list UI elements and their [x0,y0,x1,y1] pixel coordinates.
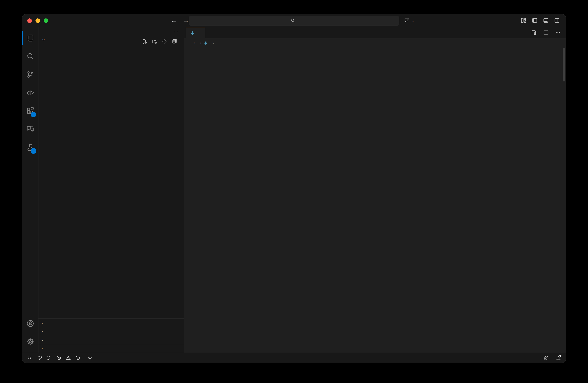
testing-icon[interactable] [22,138,39,156]
notifications-bell[interactable] [556,355,561,361]
status-bar [22,353,566,363]
vscode-window: ← → ⌄ [22,14,566,363]
minimap[interactable] [516,48,562,353]
close-window-button[interactable] [27,18,32,23]
toggle-secondary-sidebar-icon[interactable] [554,18,560,23]
file-tree [39,46,184,319]
remote-indicator[interactable] [27,355,32,361]
chevron-right-icon: › [42,346,47,351]
search-icon [291,18,295,23]
section-timeline[interactable]: › [39,327,184,336]
explorer-more-actions-icon[interactable] [173,29,179,35]
testing-badge [31,148,36,154]
markdown-file-icon [190,31,195,36]
collapse-folders-icon[interactable] [172,39,177,44]
sidebar-explorer: › › [39,27,184,353]
tab-tasks-md[interactable] [186,27,205,39]
command-center-search[interactable] [189,16,399,25]
extensions-icon[interactable] [22,102,39,120]
copilot-chat-icon [404,17,410,24]
window-controls [27,18,48,23]
breadcrumb-separator: › [200,41,201,46]
refresh-explorer-icon[interactable] [162,39,167,44]
zoom-window-button[interactable] [44,18,48,23]
toggle-primary-sidebar-icon[interactable] [532,18,538,23]
section-package-outline[interactable]: › [39,344,184,353]
source-control-icon[interactable] [22,65,39,84]
sync-icon [46,355,51,360]
info-icon [75,355,80,360]
new-file-icon[interactable] [142,39,147,44]
open-preview-icon[interactable] [531,30,537,36]
scrollbar-thumb[interactable] [563,48,565,82]
chevron-down-icon: ⌄ [411,18,415,23]
code-lines[interactable] [184,48,516,353]
editor-group: › › › [184,27,566,353]
breadcrumb-separator: › [194,41,195,46]
problems-status[interactable] [56,355,82,360]
section-outline[interactable]: › [39,319,184,327]
warning-icon [66,355,71,360]
copilot-disabled-icon[interactable] [544,355,549,361]
chevron-right-icon: › [42,338,47,343]
markdown-file-icon [204,41,208,45]
customize-layout-icon[interactable] [521,18,526,23]
forward-arrow-icon[interactable]: → [183,17,189,24]
more-actions-icon[interactable] [555,30,561,36]
chevron-down-icon: › [41,39,46,44]
source-branch-icon [38,355,43,360]
debug-status[interactable] [87,355,92,361]
tab-bar [184,27,566,39]
breadcrumb: › › › [184,39,566,48]
explorer-icon[interactable] [22,29,39,47]
breadcrumb-separator: › [212,41,214,46]
back-arrow-icon[interactable]: ← [171,17,177,24]
chevron-right-icon: › [42,329,47,334]
chevron-right-icon: › [42,320,47,326]
new-folder-icon[interactable] [152,39,157,44]
sidebar-sections: › › › › [39,319,184,353]
run-and-debug-icon[interactable] [22,84,39,102]
editor-scrollbar[interactable] [562,48,566,353]
copilot-menu[interactable]: ⌄ [404,14,415,27]
chat-view-icon[interactable] [22,120,39,138]
extensions-badge [31,112,36,117]
toggle-panel-icon[interactable] [543,18,549,23]
project-root-row[interactable]: › [39,37,184,46]
error-icon [56,355,61,360]
notification-dot [559,355,561,357]
accounts-icon[interactable] [22,314,39,333]
split-editor-icon[interactable] [543,30,549,36]
minimize-window-button[interactable] [36,18,40,23]
section-go[interactable]: › [39,336,184,344]
title-bar: ← → ⌄ [22,14,566,27]
activity-bar [22,27,39,353]
git-branch-status[interactable] [38,355,51,360]
search-view-icon[interactable] [22,47,39,65]
settings-gear-icon[interactable] [22,333,39,351]
